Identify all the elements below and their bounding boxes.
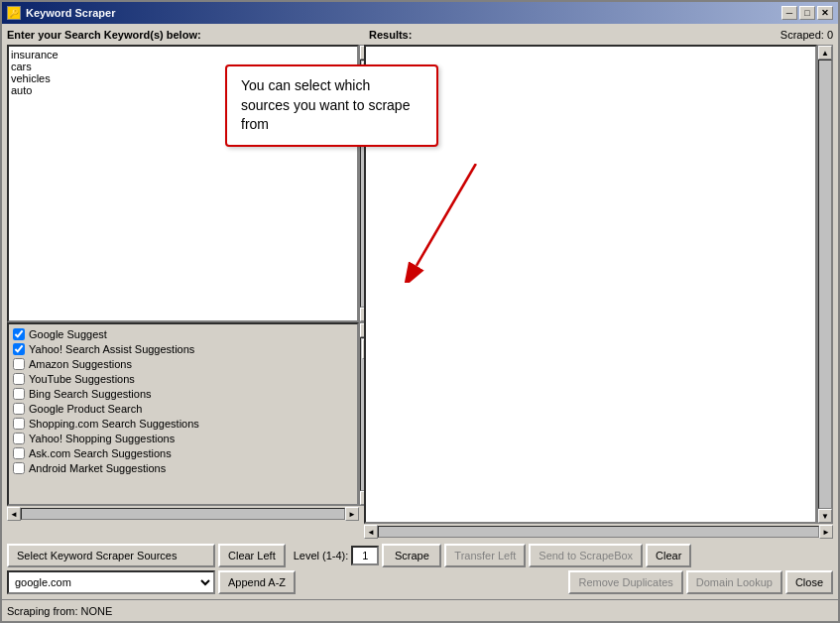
source-checkbox-1[interactable] — [13, 343, 25, 355]
source-checkbox-0[interactable] — [13, 328, 25, 340]
level-label: Level (1-4): — [294, 550, 349, 561]
source-label-4[interactable]: Bing Search Suggestions — [29, 388, 152, 400]
keywords-label: Enter your Search Keyword(s) below: — [7, 29, 364, 41]
source-item: Bing Search Suggestions — [13, 388, 353, 400]
source-item: Yahoo! Search Assist Suggestions — [13, 343, 353, 355]
title-bar: 🔑 Keyword Scraper ─ □ ✕ — [2, 2, 838, 24]
source-checkbox-7[interactable] — [13, 433, 25, 444]
source-label-5[interactable]: Google Product Search — [29, 403, 142, 415]
results-h-scroll-left[interactable]: ◄ — [364, 525, 378, 539]
results-scrollbar[interactable]: ▲ ▼ — [817, 45, 833, 524]
transfer-left-button[interactable]: Transfer Left — [444, 544, 526, 567]
results-scroll-track — [818, 60, 832, 509]
scraping-from-label: Scraping from: — [7, 605, 78, 617]
source-label-3[interactable]: YouTube Suggestions — [29, 373, 135, 385]
main-window: 🔑 Keyword Scraper ─ □ ✕ Enter your Searc… — [0, 0, 840, 623]
title-bar-buttons: ─ □ ✕ — [781, 6, 833, 20]
append-az-button[interactable]: Append A-Z — [218, 570, 296, 594]
main-area: insurance cars vehicles auto ▲ ▼ Google … — [7, 45, 833, 540]
select-sources-button[interactable]: Select Keyword Scraper Sources — [7, 544, 215, 567]
minimize-button[interactable]: ─ — [781, 6, 797, 20]
results-h-scroll-track — [378, 526, 819, 538]
title-bar-text: 🔑 Keyword Scraper — [7, 6, 115, 20]
results-h-scroll: ◄ ► — [364, 524, 833, 540]
source-label-9[interactable]: Android Market Suggestions — [29, 462, 166, 474]
scraping-from-value: NONE — [81, 605, 113, 617]
source-label-7[interactable]: Yahoo! Shopping Suggestions — [29, 433, 175, 444]
source-item: Google Product Search — [13, 403, 353, 415]
source-label-2[interactable]: Amazon Suggestions — [29, 358, 132, 370]
callout-tooltip: You can select which sources you want to… — [225, 64, 438, 147]
domain-select[interactable]: google.com google.co.uk google.com.au bi… — [7, 570, 215, 594]
h-scroll-track — [21, 508, 345, 520]
source-item: Amazon Suggestions — [13, 358, 353, 370]
results-label: Results: — [369, 29, 776, 41]
sources-h-scroll: ◄ ► — [7, 506, 359, 522]
source-checkbox-3[interactable] — [13, 373, 25, 385]
header-row: Enter your Search Keyword(s) below: Resu… — [7, 29, 833, 41]
scraped-count: Scraped: 0 — [780, 29, 833, 41]
source-item: YouTube Suggestions — [13, 373, 353, 385]
source-label-0[interactable]: Google Suggest — [29, 328, 107, 340]
source-label-8[interactable]: Ask.com Search Suggestions — [29, 447, 172, 459]
domain-lookup-button[interactable]: Domain Lookup — [686, 570, 782, 594]
source-checkbox-8[interactable] — [13, 447, 25, 459]
send-to-scrapebox-button[interactable]: Send to ScrapeBox — [529, 544, 643, 567]
controls-row1: Select Keyword Scraper Sources Clear Lef… — [7, 544, 833, 567]
bottom-controls: Select Keyword Scraper Sources Clear Lef… — [7, 544, 833, 594]
status-bar: Scraping from: NONE — [2, 599, 838, 621]
close-dialog-button[interactable]: Close — [785, 570, 833, 594]
clear-button[interactable]: Clear — [646, 544, 691, 567]
arrow-indicator — [394, 164, 592, 285]
svg-line-1 — [417, 164, 476, 266]
app-icon: 🔑 — [7, 6, 21, 20]
scrape-button[interactable]: Scrape — [382, 544, 441, 567]
close-button[interactable]: ✕ — [817, 6, 833, 20]
source-checkbox-9[interactable] — [13, 462, 25, 474]
sources-list: Google SuggestYahoo! Search Assist Sugge… — [7, 322, 359, 506]
results-scroll-down[interactable]: ▼ — [818, 509, 832, 523]
source-item: Android Market Suggestions — [13, 462, 353, 474]
level-input[interactable] — [351, 546, 379, 565]
content-area: Enter your Search Keyword(s) below: Resu… — [2, 24, 838, 599]
source-checkbox-6[interactable] — [13, 418, 25, 430]
clear-left-button[interactable]: Clear Left — [218, 544, 286, 567]
source-checkbox-5[interactable] — [13, 403, 25, 415]
sources-panel: Google SuggestYahoo! Search Assist Sugge… — [7, 322, 359, 506]
source-label-1[interactable]: Yahoo! Search Assist Suggestions — [29, 343, 194, 355]
source-label-6[interactable]: Shopping.com Search Suggestions — [29, 418, 199, 430]
h-scroll-right[interactable]: ► — [345, 507, 359, 521]
results-scroll-up[interactable]: ▲ — [818, 46, 832, 60]
source-item: Ask.com Search Suggestions — [13, 447, 353, 459]
results-h-scroll-right[interactable]: ► — [819, 525, 833, 539]
source-item: Yahoo! Shopping Suggestions — [13, 433, 353, 444]
source-item: Google Suggest — [13, 328, 353, 340]
remove-duplicates-button[interactable]: Remove Duplicates — [568, 570, 682, 594]
maximize-button[interactable]: □ — [799, 6, 815, 20]
source-checkbox-2[interactable] — [13, 358, 25, 370]
controls-row2: google.com google.co.uk google.com.au bi… — [7, 570, 833, 594]
source-checkbox-4[interactable] — [13, 388, 25, 400]
h-scroll-left[interactable]: ◄ — [7, 507, 21, 521]
source-item: Shopping.com Search Suggestions — [13, 418, 353, 430]
